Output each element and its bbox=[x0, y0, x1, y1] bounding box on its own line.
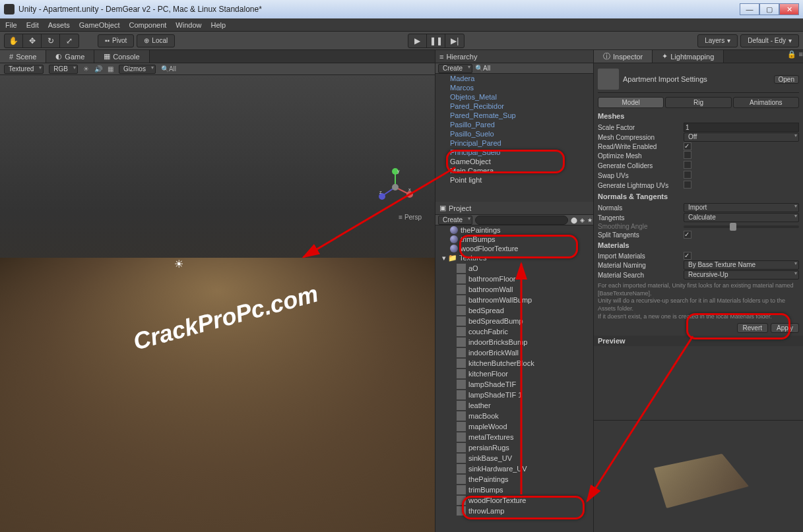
project-texture-item[interactable]: thePaintings bbox=[435, 474, 593, 485]
render-mode-dropdown[interactable]: RGB bbox=[49, 65, 78, 74]
menu-help[interactable]: Help bbox=[210, 21, 226, 29]
local-toggle[interactable]: ⊕ Local bbox=[137, 34, 175, 47]
minimize-button[interactable]: — bbox=[740, 3, 759, 15]
model-tab[interactable]: Model bbox=[598, 97, 664, 108]
project-texture-item[interactable]: indoorBrickWall bbox=[435, 347, 593, 358]
project-texture-item[interactable]: lampShadeTIF 1 bbox=[435, 390, 593, 400]
project-texture-item[interactable]: trimBumps bbox=[435, 485, 593, 495]
import-materials-checkbox[interactable] bbox=[684, 252, 691, 260]
project-texture-item[interactable]: bedSpread bbox=[435, 305, 593, 316]
scene-search[interactable]: 🔍All bbox=[161, 65, 176, 73]
close-button[interactable]: ✕ bbox=[779, 3, 799, 15]
project-texture-item[interactable]: throwLamp bbox=[435, 506, 593, 516]
label-icon[interactable]: ◈ bbox=[580, 217, 585, 223]
project-texture-item[interactable]: persianRugs bbox=[435, 442, 593, 453]
hierarchy-item[interactable]: Pasillo_Suelo bbox=[435, 129, 593, 138]
project-search-input[interactable] bbox=[475, 216, 568, 225]
split-tangents-checkbox[interactable] bbox=[684, 231, 691, 239]
project-texture-item[interactable]: lampShadeTIF bbox=[435, 379, 593, 390]
gizmos-dropdown[interactable]: Gizmos bbox=[119, 65, 156, 74]
hand-tool[interactable]: ✋ bbox=[5, 34, 23, 47]
preview-area[interactable] bbox=[594, 420, 803, 532]
menu-icon[interactable]: ≡ bbox=[799, 50, 803, 63]
open-asset-button[interactable]: Open bbox=[774, 75, 799, 84]
project-texture-item[interactable]: indoorBricksBump bbox=[435, 337, 593, 347]
lock-icon[interactable]: 🔒 bbox=[787, 50, 796, 63]
hierarchy-item[interactable]: Point light bbox=[435, 175, 593, 185]
generate-lightmap-checkbox[interactable] bbox=[684, 181, 691, 189]
revert-button[interactable]: Revert bbox=[737, 323, 768, 333]
hierarchy-panel-header[interactable]: ≡ Hierarchy bbox=[435, 50, 593, 63]
hierarchy-item[interactable]: Objetos_Metal bbox=[435, 92, 593, 102]
optimize-mesh-checkbox[interactable] bbox=[684, 151, 691, 159]
animations-tab[interactable]: Animations bbox=[733, 97, 799, 108]
hierarchy-item[interactable]: Pared_Recibidor bbox=[435, 102, 593, 111]
project-texture-item[interactable]: sinkHardware_UV bbox=[435, 463, 593, 474]
scale-factor-input[interactable] bbox=[684, 123, 799, 132]
menu-edit[interactable]: Edit bbox=[26, 21, 39, 29]
project-texture-item[interactable]: metalTextures bbox=[435, 432, 593, 442]
project-texture-item[interactable]: bathroomFloor bbox=[435, 274, 593, 284]
play-button[interactable]: ▶ bbox=[408, 34, 427, 47]
project-texture-item[interactable]: sinkBase_UV bbox=[435, 453, 593, 463]
project-texture-item[interactable]: bedSpreadBump bbox=[435, 316, 593, 326]
project-texture-item[interactable]: woodFloorTexture bbox=[435, 495, 593, 506]
hierarchy-item[interactable]: GameObject bbox=[435, 157, 593, 166]
apply-button[interactable]: Apply bbox=[771, 323, 799, 333]
project-texture-item[interactable]: aO bbox=[435, 263, 593, 274]
rotate-tool[interactable]: ↻ bbox=[42, 34, 60, 47]
project-folder-item[interactable]: ▾ 📁 Textures bbox=[435, 253, 593, 263]
project-material-item[interactable]: thePaintings bbox=[435, 225, 593, 235]
rig-tab[interactable]: Rig bbox=[665, 97, 731, 108]
scene-lighting-icon[interactable]: ☀ bbox=[83, 65, 89, 73]
save-icon[interactable]: ★ bbox=[587, 217, 593, 223]
project-texture-item[interactable]: leather bbox=[435, 400, 593, 411]
orientation-gizmo[interactable]: y x z bbox=[375, 167, 415, 207]
normals-dropdown[interactable]: Import bbox=[684, 203, 799, 212]
tab-game[interactable]: ◐ Game bbox=[46, 50, 94, 63]
scale-tool[interactable]: ⤢ bbox=[60, 34, 79, 47]
project-texture-item[interactable]: couchFabric bbox=[435, 326, 593, 337]
hierarchy-list[interactable]: MaderaMarcosObjetos_MetalPared_Recibidor… bbox=[435, 74, 593, 202]
project-texture-item[interactable]: macBook bbox=[435, 411, 593, 421]
hierarchy-item[interactable]: Marcos bbox=[435, 83, 593, 92]
project-texture-item[interactable]: bathroomWall bbox=[435, 284, 593, 295]
hierarchy-item[interactable]: Main Camera bbox=[435, 166, 593, 175]
project-texture-item[interactable]: bathroomWallBump bbox=[435, 295, 593, 305]
maximize-button[interactable]: ▢ bbox=[759, 3, 779, 15]
project-texture-item[interactable]: mapleWood bbox=[435, 421, 593, 432]
pivot-toggle[interactable]: ▪▪ Pivot bbox=[98, 34, 134, 47]
project-material-item[interactable]: trimBumps bbox=[435, 235, 593, 244]
menu-file[interactable]: File bbox=[5, 21, 17, 29]
pause-button[interactable]: ❚❚ bbox=[427, 34, 445, 47]
tab-inspector[interactable]: ⓘ Inspector bbox=[594, 50, 653, 63]
scene-fx-icon[interactable]: ▦ bbox=[108, 65, 113, 73]
move-tool[interactable]: ✥ bbox=[23, 34, 42, 47]
draw-mode-dropdown[interactable]: Textured bbox=[4, 65, 44, 74]
swap-uvs-checkbox[interactable] bbox=[684, 171, 691, 179]
material-search-dropdown[interactable]: Recursive-Up bbox=[684, 270, 799, 280]
scene-audio-icon[interactable]: 🔊 bbox=[94, 65, 102, 73]
menu-window[interactable]: Window bbox=[176, 21, 201, 29]
layers-dropdown[interactable]: Layers ▾ bbox=[697, 34, 738, 47]
project-create-dropdown[interactable]: Create bbox=[438, 216, 472, 225]
hierarchy-item[interactable]: Principal_Pared bbox=[435, 138, 593, 148]
hierarchy-item[interactable]: Madera bbox=[435, 74, 593, 83]
read-write-checkbox[interactable] bbox=[684, 142, 691, 150]
menu-component[interactable]: Component bbox=[129, 21, 166, 29]
tangents-dropdown[interactable]: Calculate bbox=[684, 213, 799, 222]
project-texture-item[interactable]: kitchenButcherBlock bbox=[435, 358, 593, 369]
project-texture-item[interactable]: kitchenFloor bbox=[435, 369, 593, 379]
filter-icon[interactable]: ⬤ bbox=[571, 217, 577, 223]
menu-gameobject[interactable]: GameObject bbox=[79, 21, 120, 29]
hierarchy-item[interactable]: Pasillo_Pared bbox=[435, 120, 593, 129]
scene-viewport[interactable]: ☀ CrackProPc.com y x z ≡ Persp bbox=[0, 75, 435, 532]
menu-assets[interactable]: Assets bbox=[48, 21, 70, 29]
hierarchy-item[interactable]: Principal_Suelo bbox=[435, 148, 593, 157]
tab-console[interactable]: ▦ Console bbox=[94, 50, 149, 63]
project-material-item[interactable]: woodFloorTexture bbox=[435, 244, 593, 253]
tab-scene[interactable]: # Scene bbox=[0, 50, 46, 63]
tab-lightmapping[interactable]: ✦ Lightmapping bbox=[653, 50, 724, 63]
preview-heading[interactable]: Preview bbox=[594, 336, 803, 346]
step-button[interactable]: ▶| bbox=[445, 34, 464, 47]
